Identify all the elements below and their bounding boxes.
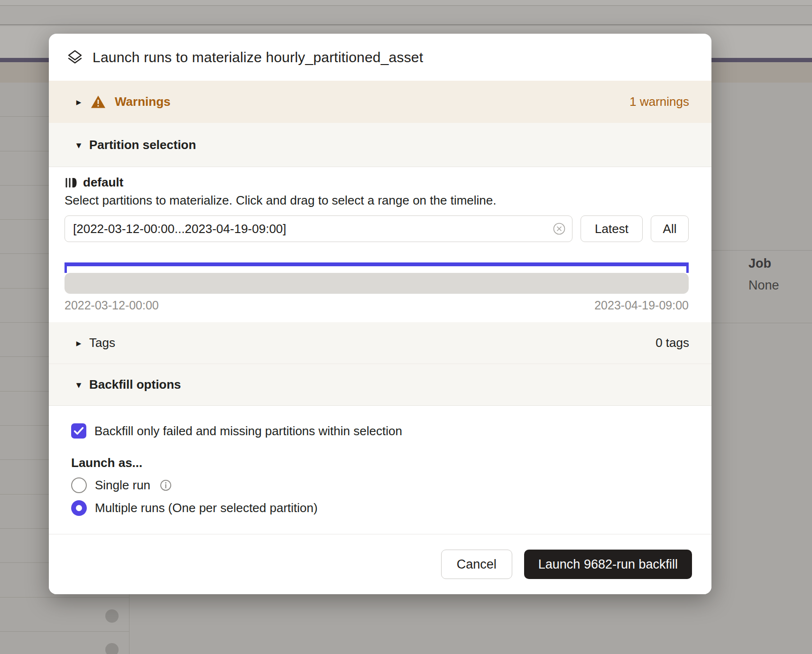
- partition-dimension-row: default: [65, 175, 689, 190]
- latest-button[interactable]: Latest: [581, 215, 643, 242]
- chevron-down-icon: ▾: [74, 380, 84, 390]
- partition-dimension-name: default: [83, 175, 123, 190]
- partition-selection-description: Select partitions to materialize. Click …: [65, 193, 689, 208]
- checkmark-icon: [74, 427, 84, 435]
- partition-selection-section-header[interactable]: ▾ Partition selection: [49, 123, 711, 167]
- backdrop-topbar: [0, 0, 812, 6]
- backdrop-detail-panel: Job None: [711, 214, 812, 356]
- partition-set-icon: [65, 177, 77, 189]
- partition-range-input-wrap: [65, 215, 572, 242]
- partition-selection-body: default Select partitions to materialize…: [49, 167, 711, 322]
- launch-backfill-button[interactable]: Launch 9682-run backfill: [524, 550, 692, 579]
- partition-selection-label: Partition selection: [89, 138, 196, 152]
- backdrop-job-value: None: [748, 278, 779, 293]
- backfill-only-failed-label: Backfill only failed and missing partiti…: [94, 424, 402, 439]
- cancel-button[interactable]: Cancel: [441, 550, 512, 579]
- tags-label: Tags: [89, 336, 115, 350]
- backdrop-divider: [711, 323, 812, 323]
- timeline-end-label: 2023-04-19-09:00: [594, 299, 689, 312]
- single-run-radio-row[interactable]: Single run: [71, 477, 689, 493]
- selected-range-bar[interactable]: [65, 262, 689, 266]
- backfill-options-body: Backfill only failed and missing partiti…: [49, 406, 711, 534]
- clear-input-icon[interactable]: [553, 222, 566, 235]
- warning-triangle-icon: [91, 95, 106, 109]
- tags-count: 0 tags: [655, 336, 689, 350]
- all-button[interactable]: All: [651, 215, 689, 242]
- warnings-count: 1 warnings: [629, 94, 689, 109]
- timeline-date-labels: 2022-03-12-00:00 2023-04-19-09:00: [65, 299, 689, 312]
- backdrop-job-label: Job: [748, 256, 771, 271]
- chevron-right-icon: ▸: [74, 97, 84, 107]
- dialog-title: Launch runs to materialize hourly_partit…: [92, 49, 423, 65]
- checkbox-checked-icon[interactable]: [71, 423, 86, 439]
- backdrop-status-dot: [105, 609, 119, 623]
- dialog-header: Launch runs to materialize hourly_partit…: [49, 34, 711, 81]
- radio-unselected-icon[interactable]: [71, 477, 87, 493]
- chevron-down-icon: ▾: [74, 140, 84, 150]
- radio-selected-icon[interactable]: [71, 500, 87, 516]
- backfill-options-label: Backfill options: [89, 377, 181, 392]
- backdrop-divider: [711, 250, 812, 251]
- info-icon[interactable]: [160, 479, 172, 491]
- timeline-start-label: 2022-03-12-00:00: [65, 299, 159, 312]
- multiple-runs-label: Multiple runs (One per selected partitio…: [95, 501, 318, 515]
- chevron-right-icon: ▸: [74, 338, 84, 348]
- backfill-only-failed-checkbox-row[interactable]: Backfill only failed and missing partiti…: [71, 423, 689, 439]
- multiple-runs-radio-row[interactable]: Multiple runs (One per selected partitio…: [71, 500, 689, 516]
- warnings-label: Warnings: [115, 94, 170, 109]
- launch-backfill-dialog: Launch runs to materialize hourly_partit…: [49, 34, 711, 594]
- tags-section-header[interactable]: ▸ Tags 0 tags: [49, 322, 711, 364]
- single-run-label: Single run: [95, 478, 150, 493]
- asset-layers-icon: [66, 49, 83, 66]
- backdrop-toolbar: [0, 6, 812, 25]
- partition-range-row: Latest All: [65, 215, 689, 242]
- backdrop-status-dot: [105, 643, 119, 654]
- warnings-section-header[interactable]: ▸ Warnings 1 warnings: [49, 81, 711, 123]
- backfill-options-section-header[interactable]: ▾ Backfill options: [49, 364, 711, 406]
- partition-timeline[interactable]: [65, 273, 689, 294]
- launch-as-label: Launch as...: [71, 456, 689, 470]
- dialog-footer: Cancel Launch 9682-run backfill: [49, 534, 711, 594]
- partition-range-input[interactable]: [65, 215, 572, 242]
